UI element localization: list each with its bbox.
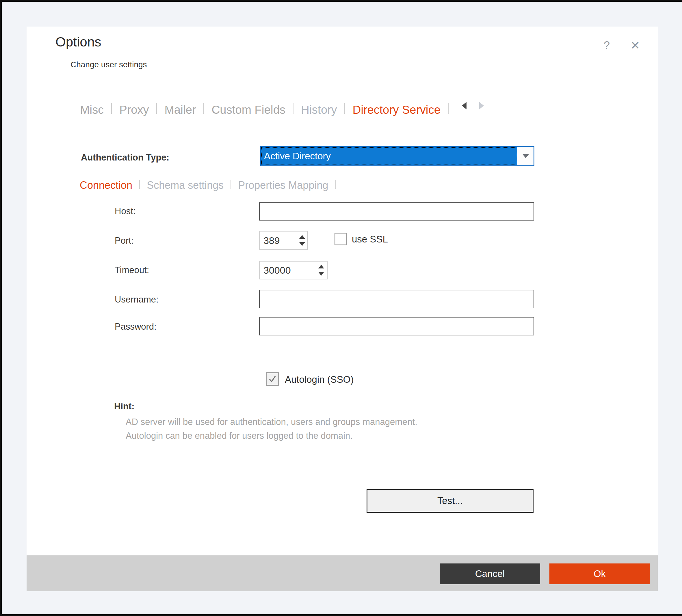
hint-line-2: Autologin can be enabled for users logge… — [126, 431, 353, 441]
dialog-footer: Cancel Ok — [27, 555, 658, 591]
tab-directory-service[interactable]: Directory Service — [345, 103, 448, 116]
spinner-up-icon[interactable] — [299, 235, 305, 239]
timeout-input[interactable] — [260, 262, 315, 279]
hint-heading: Hint: — [114, 401, 135, 412]
tab-separator — [203, 103, 204, 114]
options-dialog: Options Change user settings ? ✕ Misc Pr… — [27, 27, 658, 591]
host-input[interactable] — [259, 202, 534, 220]
port-label: Port: — [115, 236, 133, 246]
help-icon[interactable]: ? — [604, 39, 610, 52]
tab-proxy[interactable]: Proxy — [112, 103, 156, 116]
password-input[interactable] — [259, 317, 534, 335]
dropdown-button[interactable] — [518, 147, 533, 165]
subtab-properties-mapping[interactable]: Properties Mapping — [231, 179, 335, 191]
tab-separator — [111, 103, 112, 114]
username-input[interactable] — [259, 290, 534, 308]
tab-scroll-left-icon[interactable] — [462, 102, 467, 110]
tab-separator — [156, 103, 157, 114]
port-input[interactable] — [260, 232, 297, 250]
subtab-schema-settings[interactable]: Schema settings — [140, 179, 230, 191]
tab-separator — [448, 103, 449, 114]
port-spinner-buttons[interactable] — [297, 232, 308, 250]
dialog-title: Options — [55, 34, 101, 50]
spinner-up-icon[interactable] — [318, 265, 324, 268]
authentication-type-dropdown[interactable]: Active Directory — [260, 146, 535, 166]
use-ssl-label: use SSL — [352, 234, 388, 245]
tab-separator — [293, 103, 294, 114]
spinner-down-icon[interactable] — [318, 272, 324, 276]
chevron-down-icon — [523, 154, 529, 158]
timeout-spinner-buttons[interactable] — [315, 262, 327, 279]
use-ssl-checkbox[interactable] — [335, 233, 347, 245]
tab-history[interactable]: History — [294, 103, 344, 116]
password-label: Password: — [115, 322, 157, 332]
authentication-type-label: Authentication Type: — [81, 152, 169, 163]
tab-mailer[interactable]: Mailer — [157, 103, 203, 116]
subtab-separator — [139, 180, 140, 189]
tab-scroll-right-icon[interactable] — [479, 102, 484, 110]
autologin-label: Autologin (SSO) — [285, 374, 354, 385]
autologin-checkbox[interactable] — [266, 372, 279, 386]
tab-separator — [344, 103, 345, 114]
tab-strip: Misc Proxy Mailer Custom Fields History … — [80, 100, 484, 119]
subtab-separator — [230, 180, 231, 189]
cancel-button[interactable]: Cancel — [440, 564, 540, 584]
spinner-down-icon[interactable] — [299, 242, 305, 246]
port-spinbox — [259, 231, 308, 250]
tab-scroll-arrows — [462, 102, 484, 110]
tab-custom-fields[interactable]: Custom Fields — [204, 103, 293, 116]
check-icon — [268, 375, 277, 383]
dropdown-focus-ring: Active Directory — [261, 147, 517, 165]
dialog-subtitle: Change user settings — [70, 60, 147, 69]
subtab-strip: Connection Schema settings Properties Ma… — [80, 178, 336, 193]
test-button[interactable]: Test... — [367, 489, 533, 513]
hint-line-1: AD server will be used for authenticatio… — [126, 417, 417, 427]
dropdown-selected-value: Active Directory — [261, 147, 517, 165]
timeout-spinbox — [259, 261, 327, 279]
subtab-separator — [335, 180, 336, 189]
username-label: Username: — [115, 294, 159, 305]
close-icon[interactable]: ✕ — [630, 39, 640, 52]
ok-button[interactable]: Ok — [549, 564, 650, 584]
tab-misc[interactable]: Misc — [80, 103, 111, 116]
subtab-connection[interactable]: Connection — [80, 179, 139, 191]
timeout-label: Timeout: — [115, 265, 149, 276]
host-label: Host: — [115, 206, 135, 216]
